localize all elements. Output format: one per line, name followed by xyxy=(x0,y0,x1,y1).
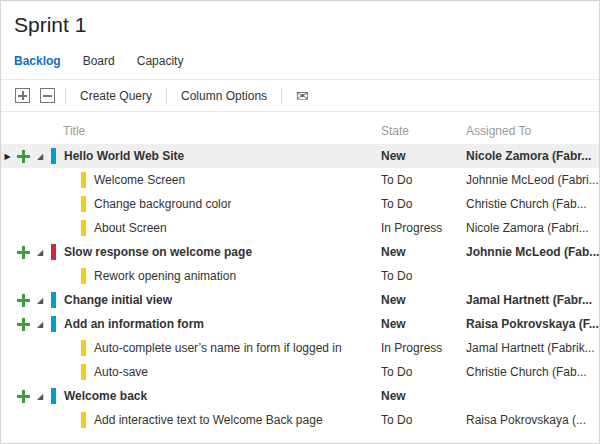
expand-caret-icon[interactable]: ◢ xyxy=(37,152,51,161)
title-cell: Auto-save xyxy=(1,364,381,380)
title-cell: Rework opening animation xyxy=(1,268,381,284)
workitem-assigned-to: Johnnie McLeod (Fabri... xyxy=(466,173,599,187)
workitem-title-link[interactable]: Rework opening animation xyxy=(94,269,236,283)
backlog-grid: Title State Assigned To ▶ ◢ Hello World … xyxy=(1,118,599,432)
workitem-state: New xyxy=(381,245,466,259)
title-cell: About Screen xyxy=(1,220,381,236)
workitem-state: To Do xyxy=(381,173,466,187)
column-header-assigned-to[interactable]: Assigned To xyxy=(466,124,599,138)
workitem-state: New xyxy=(381,317,466,331)
workitem-type-bar xyxy=(51,316,56,332)
workitem-title-link[interactable]: Add interactive text to Welcome Back pag… xyxy=(94,413,323,427)
expand-caret-icon[interactable]: ◢ xyxy=(37,320,51,329)
workitem-type-bar xyxy=(51,388,56,404)
create-query-button[interactable]: Create Query xyxy=(76,89,156,103)
workitem-type-bar xyxy=(81,412,86,428)
add-child-button[interactable] xyxy=(17,390,30,403)
workitem-state: To Do xyxy=(381,269,466,283)
page-title: Sprint 1 xyxy=(1,1,599,37)
column-options-button[interactable]: Column Options xyxy=(177,89,271,103)
workitem-title-link[interactable]: Welcome back xyxy=(64,389,147,403)
email-icon[interactable]: ✉ xyxy=(292,87,313,105)
workitem-state: To Do xyxy=(381,365,466,379)
table-row[interactable]: About Screen In Progress Nicole Zamora (… xyxy=(1,216,599,240)
expand-caret-icon[interactable]: ◢ xyxy=(37,248,51,257)
column-header-title[interactable]: Title xyxy=(1,118,381,144)
workitem-title-link[interactable]: Hello World Web Site xyxy=(64,149,184,163)
workitem-type-bar xyxy=(81,364,86,380)
title-cell: Welcome Screen xyxy=(1,172,381,188)
title-cell: ◢ Welcome back xyxy=(1,388,381,404)
table-row[interactable]: Add interactive text to Welcome Back pag… xyxy=(1,408,599,432)
title-cell: ▶ ◢ Hello World Web Site xyxy=(1,148,381,164)
table-row[interactable]: ◢ Welcome back New xyxy=(1,384,599,408)
workitem-title-link[interactable]: Change initial view xyxy=(64,293,172,307)
workitem-assigned-to: Raisa Pokrovskaya (F... xyxy=(466,317,599,331)
toolbar-separator xyxy=(65,88,66,104)
workitem-title-link[interactable]: Change background color xyxy=(94,197,231,211)
workitem-state: In Progress xyxy=(381,341,466,355)
title-cell: ◢ Change initial view xyxy=(1,292,381,308)
title-cell: Change background color xyxy=(1,196,381,212)
table-row[interactable]: ◢ Change initial view New Jamal Hartnett… xyxy=(1,288,599,312)
expand-all-icon[interactable] xyxy=(15,88,30,103)
title-cell: ◢ Slow response on welcome page xyxy=(1,244,381,260)
workitem-assigned-to: Jamal Hartnett (Fabrik... xyxy=(466,341,599,355)
table-row[interactable]: ◢ Add an information form New Raisa Pokr… xyxy=(1,312,599,336)
add-child-button[interactable] xyxy=(17,150,30,163)
title-cell: ◢ Add an information form xyxy=(1,316,381,332)
workitem-type-bar xyxy=(81,172,86,188)
workitem-title-link[interactable]: Auto-complete user’s name in form if log… xyxy=(94,341,342,355)
workitem-assigned-to: Nicole Zamora (Fabr... xyxy=(466,149,599,163)
workitem-state: To Do xyxy=(381,197,466,211)
workitem-state: New xyxy=(381,293,466,307)
workitem-assigned-to: Christie Church (Fab... xyxy=(466,197,599,211)
table-row[interactable]: Change background color To Do Christie C… xyxy=(1,192,599,216)
workitem-assigned-to: Nicole Zamora (Fabri... xyxy=(466,221,599,235)
toolbar-separator xyxy=(281,88,282,104)
workitem-assigned-to: Christie Church (Fab... xyxy=(466,365,599,379)
add-child-button[interactable] xyxy=(17,318,30,331)
plus-box-icon xyxy=(15,88,30,103)
tab-board[interactable]: Board xyxy=(83,54,115,68)
workitem-state: New xyxy=(381,149,466,163)
workitem-state: New xyxy=(381,389,466,403)
workitem-state: In Progress xyxy=(381,221,466,235)
table-row[interactable]: Auto-complete user’s name in form if log… xyxy=(1,336,599,360)
table-row[interactable]: Welcome Screen To Do Johnnie McLeod (Fab… xyxy=(1,168,599,192)
expand-caret-icon[interactable]: ◢ xyxy=(37,296,51,305)
workitem-type-bar xyxy=(81,268,86,284)
current-row-marker-icon: ▶ xyxy=(1,152,14,161)
workitem-title-link[interactable]: Welcome Screen xyxy=(94,173,185,187)
workitem-type-bar xyxy=(51,292,56,308)
title-cell: Auto-complete user’s name in form if log… xyxy=(1,340,381,356)
minus-box-icon xyxy=(40,88,55,103)
tab-bar: Backlog Board Capacity xyxy=(1,37,599,79)
add-child-button[interactable] xyxy=(17,246,30,259)
workitem-type-bar xyxy=(51,148,56,164)
table-row[interactable]: ▶ ◢ Hello World Web Site New Nicole Zamo… xyxy=(1,144,599,168)
workitem-type-bar xyxy=(51,244,56,260)
workitem-title-link[interactable]: Slow response on welcome page xyxy=(64,245,252,259)
tab-capacity[interactable]: Capacity xyxy=(137,54,184,68)
column-header-state[interactable]: State xyxy=(381,124,466,138)
workitem-title-link[interactable]: About Screen xyxy=(94,221,167,235)
collapse-all-icon[interactable] xyxy=(40,88,55,103)
table-row[interactable]: Auto-save To Do Christie Church (Fab... xyxy=(1,360,599,384)
table-row[interactable]: ◢ Slow response on welcome page New John… xyxy=(1,240,599,264)
add-child-button[interactable] xyxy=(17,294,30,307)
grid-body: ▶ ◢ Hello World Web Site New Nicole Zamo… xyxy=(1,144,599,432)
workitem-assigned-to: Jamal Hartnett (Fabr... xyxy=(466,293,599,307)
workitem-title-link[interactable]: Auto-save xyxy=(94,365,148,379)
sprint-backlog-page: Sprint 1 Backlog Board Capacity Create Q… xyxy=(0,0,600,444)
workitem-type-bar xyxy=(81,220,86,236)
workitem-type-bar xyxy=(81,340,86,356)
tab-backlog[interactable]: Backlog xyxy=(14,54,61,68)
workitem-title-link[interactable]: Add an information form xyxy=(64,317,204,331)
toolbar-separator xyxy=(166,88,167,104)
toolbar: Create Query Column Options ✉ xyxy=(1,79,599,112)
table-row[interactable]: Rework opening animation To Do xyxy=(1,264,599,288)
workitem-type-bar xyxy=(81,196,86,212)
workitem-state: To Do xyxy=(381,413,466,427)
expand-caret-icon[interactable]: ◢ xyxy=(37,392,51,401)
